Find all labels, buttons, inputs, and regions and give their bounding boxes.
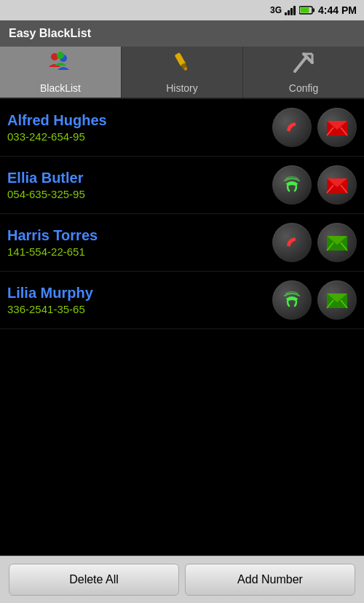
battery-icon <box>299 6 315 15</box>
contact-phone: 336-2541-35-65 <box>7 303 266 315</box>
envelope-green-icon <box>326 234 348 251</box>
add-number-button[interactable]: Add Number <box>185 564 355 596</box>
bottom-bar: Delete All Add Number <box>0 556 364 603</box>
history-icon <box>170 51 194 79</box>
tab-history[interactable]: History <box>122 47 243 98</box>
contact-name: Harris Torres <box>7 227 266 244</box>
app-title: Easy BlackList <box>9 27 91 40</box>
tab-blacklist-label: BlackList <box>40 82 81 94</box>
contact-name: Lilia Murphy <box>7 285 266 302</box>
phone-answer-icon <box>282 290 302 310</box>
message-button[interactable] <box>317 223 357 262</box>
contact-name: Alfred Hughes <box>7 112 266 129</box>
contact-item: Alfred Hughes 033-242-654-95 <box>0 99 364 157</box>
envelope-red-icon <box>326 176 348 194</box>
contact-info: Ellia Butler 054-635-325-95 <box>7 170 266 200</box>
svg-rect-2 <box>290 8 293 15</box>
svg-point-9 <box>57 52 64 59</box>
contact-name: Ellia Butler <box>7 170 266 186</box>
message-button[interactable] <box>317 280 357 320</box>
phone-end-icon <box>282 232 302 253</box>
envelope-red-icon <box>326 119 348 136</box>
contact-info: Alfred Hughes 033-242-654-95 <box>7 112 266 143</box>
call-answer-button[interactable] <box>272 280 312 320</box>
config-icon <box>292 51 315 79</box>
tab-config[interactable]: Config <box>243 47 364 98</box>
contact-info: Harris Torres 141-554-22-651 <box>7 227 266 258</box>
svg-rect-6 <box>301 8 309 13</box>
envelope-green-icon <box>326 291 348 309</box>
blacklist-icon <box>47 51 74 79</box>
status-bar: 3G 4:44 PM <box>0 0 364 20</box>
call-end-button[interactable] <box>272 108 312 147</box>
title-bar: Easy BlackList <box>0 20 364 47</box>
contact-item: Harris Torres 141-554-22-651 <box>0 214 364 272</box>
tab-bar: BlackList History Config <box>0 47 364 99</box>
svg-rect-5 <box>313 9 315 12</box>
contact-item: Ellia Butler 054-635-325-95 <box>0 157 364 214</box>
message-button[interactable] <box>317 108 357 147</box>
contact-phone: 033-242-654-95 <box>7 130 266 143</box>
svg-line-13 <box>295 57 306 71</box>
contact-phone: 141-554-22-651 <box>7 245 266 258</box>
svg-rect-0 <box>285 12 287 15</box>
tab-blacklist[interactable]: BlackList <box>0 47 122 98</box>
phone-answer-icon <box>282 175 302 195</box>
phone-end-icon <box>282 117 302 138</box>
tab-config-label: Config <box>289 82 318 94</box>
contact-info: Lilia Murphy 336-2541-35-65 <box>7 285 266 315</box>
contact-phone: 054-635-325-95 <box>7 188 266 200</box>
tab-history-label: History <box>166 82 198 94</box>
network-icon: 3G <box>270 5 282 15</box>
message-button[interactable] <box>317 165 357 205</box>
status-time: 4:44 PM <box>318 4 357 16</box>
delete-all-button[interactable]: Delete All <box>9 564 179 596</box>
contact-item: Lilia Murphy 336-2541-35-65 <box>0 272 364 329</box>
call-end-button[interactable] <box>272 223 312 262</box>
svg-rect-3 <box>293 6 296 15</box>
status-icons: 3G 4:44 PM <box>270 4 357 16</box>
contact-list: Alfred Hughes 033-242-654-95 Ellia Butle… <box>0 99 364 556</box>
call-answer-button[interactable] <box>272 165 312 205</box>
svg-rect-1 <box>288 10 290 15</box>
signal-icon <box>285 5 296 15</box>
